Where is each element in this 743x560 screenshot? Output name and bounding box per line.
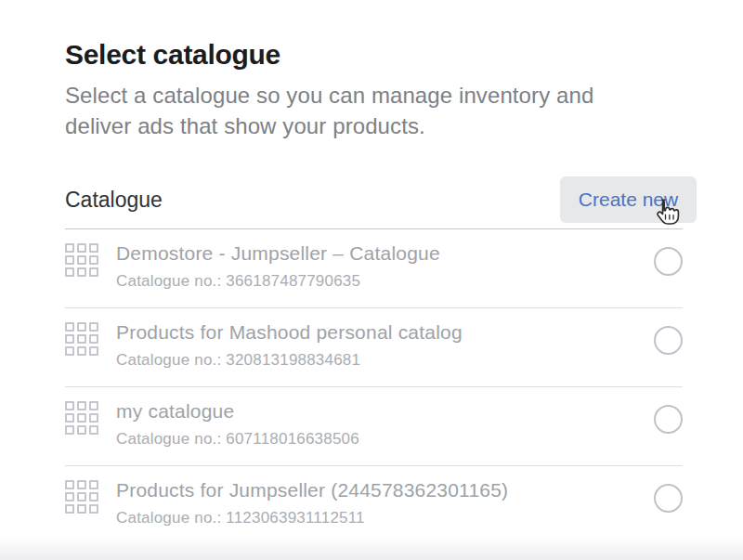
catalogue-number: Catalogue no.: 1123063931112511	[116, 507, 654, 528]
catalogue-name: my catalogue	[116, 397, 654, 424]
catalogue-name: Products for Jumpseller (244578362301165…	[116, 476, 654, 503]
catalogue-row-text: my catalogue Catalogue no.: 607118016638…	[116, 397, 654, 465]
catalogue-row-demostore[interactable]: Demostore - Jumpseller – Catalogue Catal…	[65, 229, 683, 308]
catalogue-list: Demostore - Jumpseller – Catalogue Catal…	[65, 229, 683, 545]
catalogue-number: Catalogue no.: 366187487790635	[116, 270, 654, 292]
catalogue-row-text: Products for Jumpseller (244578362301165…	[116, 476, 654, 545]
catalogue-number: Catalogue no.: 320813198834681	[116, 349, 654, 371]
radio-unselected-icon[interactable]	[654, 247, 683, 276]
radio-unselected-icon[interactable]	[654, 405, 683, 434]
catalogue-grid-icon	[65, 322, 98, 386]
catalogue-name: Demostore - Jumpseller – Catalogue	[116, 240, 654, 267]
catalogue-number: Catalogue no.: 607118016638506	[116, 428, 654, 449]
catalogue-grid-icon	[65, 243, 98, 307]
page-title: Select catalogue	[65, 37, 683, 72]
catalogue-grid-icon	[65, 401, 98, 465]
catalogue-column-label: Catalogue	[65, 188, 163, 213]
catalogue-grid-icon	[65, 480, 98, 545]
catalogue-list-header: Catalogue Create new	[65, 171, 683, 229]
create-new-button[interactable]: Create new	[560, 176, 697, 223]
catalogue-row-my-catalogue[interactable]: my catalogue Catalogue no.: 607118016638…	[65, 387, 683, 466]
catalogue-row-jumpseller[interactable]: Products for Jumpseller (244578362301165…	[65, 466, 683, 545]
page-subtitle-line2: deliver ads that show your products.	[65, 111, 683, 141]
radio-unselected-icon[interactable]	[654, 484, 683, 513]
page-subtitle-line1: Select a catalogue so you can manage inv…	[65, 80, 683, 111]
radio-unselected-icon[interactable]	[654, 326, 683, 355]
catalogue-row-text: Demostore - Jumpseller – Catalogue Catal…	[116, 240, 654, 307]
select-catalogue-dialog: Select catalogue Select a catalogue so y…	[65, 0, 683, 545]
catalogue-row-mashood[interactable]: Products for Mashood personal catalog Ca…	[65, 308, 683, 387]
catalogue-row-text: Products for Mashood personal catalog Ca…	[116, 319, 654, 386]
page-subtitle: Select a catalogue so you can manage inv…	[65, 80, 683, 141]
catalogue-name: Products for Mashood personal catalog	[116, 319, 654, 345]
